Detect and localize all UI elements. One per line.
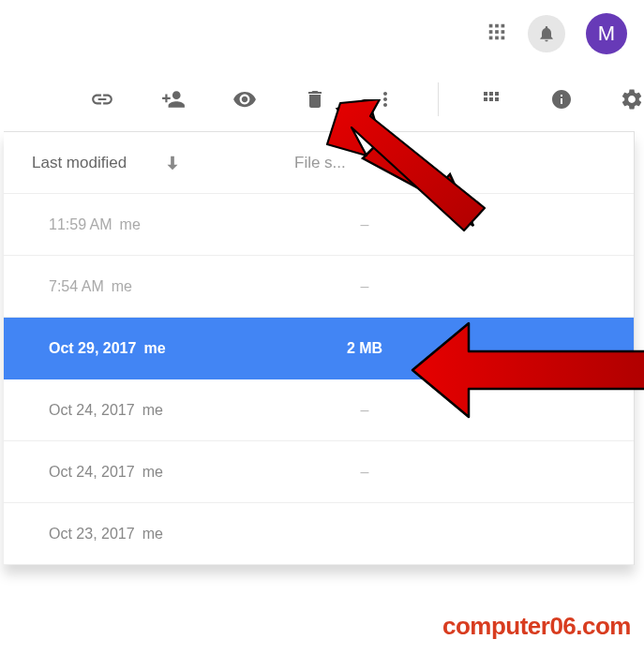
cell-time-text: Oct 23, 2017 (49, 526, 135, 543)
top-bar: M (0, 0, 644, 67)
link-icon[interactable] (90, 87, 114, 111)
table-row[interactable]: Oct 29, 2017me2 MB (4, 318, 634, 379)
cell-time-text: Oct 24, 2017 (49, 464, 135, 481)
cell-time-text: 7:54 AM (49, 278, 104, 295)
svg-rect-3 (489, 30, 493, 34)
action-toolbar (0, 67, 644, 131)
cell-modified: Oct 29, 2017me (4, 340, 294, 357)
sort-down-icon (162, 153, 183, 173)
cell-time-text: 11:59 AM (49, 216, 112, 233)
svg-rect-7 (495, 37, 499, 40)
svg-rect-6 (489, 37, 493, 40)
cell-size: 2 MB (294, 340, 435, 357)
column-size-label: File s... (294, 154, 346, 171)
cell-time-text: Oct 29, 2017 (49, 340, 136, 357)
svg-rect-5 (502, 30, 505, 34)
cell-owner-text: me (142, 526, 163, 543)
cell-modified: 11:59 AMme (4, 216, 294, 233)
eye-icon[interactable] (232, 87, 257, 111)
column-modified[interactable]: Last modified (4, 153, 294, 173)
table-row[interactable]: 7:54 AMme– (4, 256, 634, 318)
svg-rect-4 (495, 30, 499, 34)
cell-size: – (294, 402, 435, 419)
cell-time-text: Oct 24, 2017 (49, 402, 135, 419)
svg-rect-0 (489, 24, 493, 28)
cell-modified: 7:54 AMme (4, 278, 294, 295)
apps-icon[interactable] (487, 22, 507, 46)
gear-icon[interactable] (620, 87, 644, 111)
svg-rect-1 (495, 24, 499, 28)
column-size[interactable]: File s... (294, 154, 346, 172)
table-row[interactable]: 11:59 AMme– (4, 194, 634, 256)
cell-owner-text: me (143, 340, 165, 357)
toolbar-divider (438, 82, 439, 116)
svg-rect-8 (502, 37, 505, 40)
grid-view-icon[interactable] (480, 87, 503, 111)
cell-modified: Oct 24, 2017me (4, 402, 294, 419)
notifications-icon[interactable] (528, 15, 565, 52)
trash-icon[interactable] (304, 87, 327, 111)
table-row[interactable]: Oct 24, 2017me– (4, 441, 634, 503)
cell-modified: Oct 23, 2017me (4, 526, 294, 543)
column-modified-label: Last modified (32, 154, 127, 172)
more-vert-icon[interactable] (374, 87, 397, 111)
cell-owner-text: me (142, 464, 163, 481)
list-header: Last modified File s... (4, 132, 634, 194)
share-user-icon[interactable] (161, 87, 186, 111)
watermark: computer06.com (442, 612, 631, 641)
cell-size: – (294, 216, 435, 233)
file-list: Last modified File s... 11:59 AMme–7:54 … (4, 131, 635, 565)
info-icon[interactable] (549, 87, 573, 111)
table-row[interactable]: Oct 24, 2017me– (4, 379, 634, 441)
cell-size: – (294, 278, 435, 295)
cell-size: – (294, 464, 435, 481)
svg-rect-2 (502, 24, 505, 28)
cell-modified: Oct 24, 2017me (4, 464, 294, 481)
table-row[interactable]: Oct 23, 2017me (4, 503, 634, 565)
cell-owner-text: me (112, 278, 132, 295)
cell-owner-text: me (120, 216, 141, 233)
cell-owner-text: me (142, 402, 163, 419)
avatar[interactable]: M (586, 13, 627, 54)
avatar-initial: M (598, 22, 615, 46)
